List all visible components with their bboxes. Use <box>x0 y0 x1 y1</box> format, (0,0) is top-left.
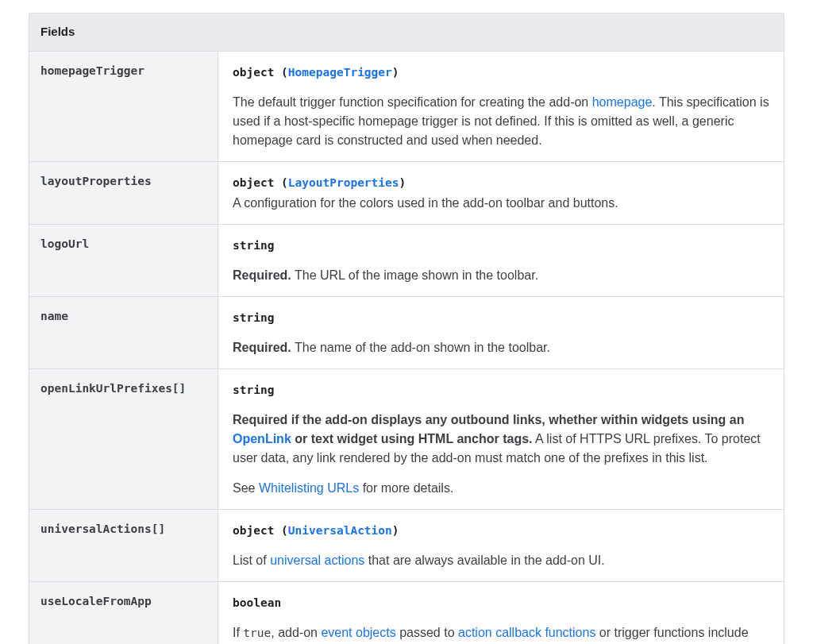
field-name: useLocaleFromApp <box>29 582 218 645</box>
fields-table-header: Fields <box>29 13 784 52</box>
homepage-link[interactable]: homepage <box>592 95 653 109</box>
fields-table: Fields homepageTrigger object (HomepageT… <box>29 13 784 644</box>
field-type: string <box>233 239 274 252</box>
field-type: boolean <box>233 596 281 609</box>
field-type: string <box>233 384 274 396</box>
field-row: universalActions[] object (UniversalActi… <box>29 510 784 582</box>
field-description: object (HomepageTrigger) The default tri… <box>218 52 784 161</box>
field-description: string Required. The name of the add-on … <box>218 297 784 368</box>
field-row: logoUrl string Required. The URL of the … <box>29 225 784 297</box>
field-type: object (UniversalAction) <box>233 524 399 537</box>
field-description: string Required. The URL of the image sh… <box>218 225 784 296</box>
field-text: Required. The name of the add-on shown i… <box>233 338 769 357</box>
field-type: object (LayoutProperties) <box>233 176 406 189</box>
page: Fields homepageTrigger object (HomepageT… <box>0 0 813 644</box>
field-see: See Whitelisting URLs for more details. <box>233 479 769 498</box>
universal-actions-link[interactable]: universal actions <box>270 553 364 567</box>
field-description: boolean If true, add-on event objects pa… <box>218 582 784 645</box>
openlink-link[interactable]: OpenLink <box>233 432 291 445</box>
field-name: homepageTrigger <box>29 52 218 161</box>
whitelisting-link[interactable]: Whitelisting URLs <box>259 481 359 495</box>
field-description: object (UniversalAction) List of univers… <box>218 510 784 581</box>
field-row: useLocaleFromApp boolean If true, add-on… <box>29 582 784 645</box>
field-text: List of universal actions that are alway… <box>233 551 769 570</box>
field-text: Required if the add-on displays any outb… <box>233 411 769 468</box>
event-objects-link[interactable]: event objects <box>321 626 395 639</box>
action-callback-link[interactable]: action callback functions <box>458 626 595 639</box>
field-type: string <box>233 311 274 324</box>
field-text: If true, add-on event objects passed to … <box>233 623 769 645</box>
field-row: layoutProperties object (LayoutPropertie… <box>29 162 784 225</box>
field-description: object (LayoutProperties) A configuratio… <box>218 162 784 224</box>
field-text: Required. The URL of the image shown in … <box>233 266 769 285</box>
field-name: layoutProperties <box>29 162 218 224</box>
field-description: string Required if the add-on displays a… <box>218 369 784 509</box>
type-link[interactable]: LayoutProperties <box>288 176 399 189</box>
field-name: openLinkUrlPrefixes[] <box>29 369 218 509</box>
field-name: logoUrl <box>29 225 218 296</box>
field-row: homepageTrigger object (HomepageTrigger)… <box>29 52 784 162</box>
field-name: name <box>29 297 218 368</box>
type-link[interactable]: HomepageTrigger <box>288 66 392 79</box>
field-row: openLinkUrlPrefixes[] string Required if… <box>29 369 784 510</box>
field-text: The default trigger function specificati… <box>233 93 769 150</box>
field-row: name string Required. The name of the ad… <box>29 297 784 369</box>
field-text: A configuration for the colors used in t… <box>233 194 769 213</box>
field-type: object (HomepageTrigger) <box>233 66 399 79</box>
type-link[interactable]: UniversalAction <box>288 524 392 537</box>
field-name: universalActions[] <box>29 510 218 581</box>
